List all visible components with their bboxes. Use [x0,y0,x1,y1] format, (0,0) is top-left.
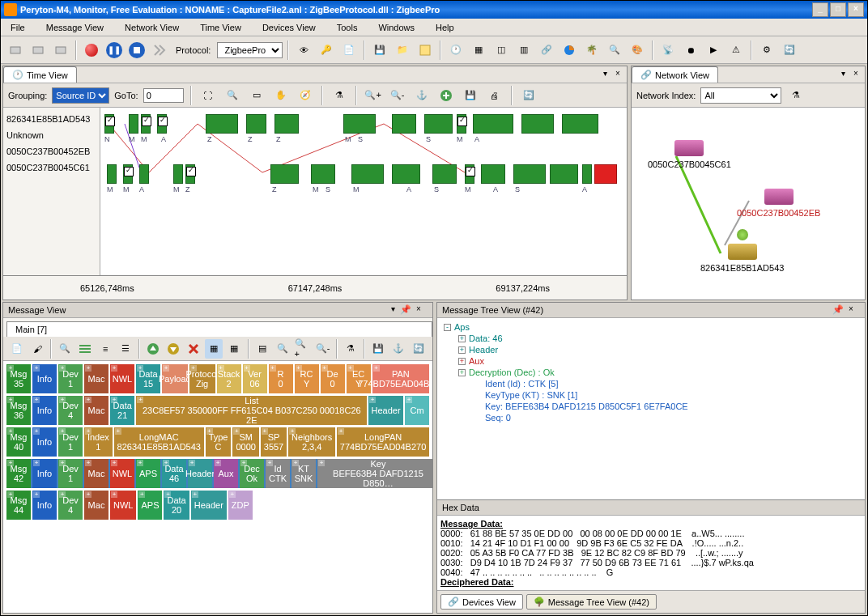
tree-node[interactable]: Key: BEFE63B4 DAFD1215 D850C5F1 6E7FA0CE [440,401,862,412]
grouping-select[interactable]: Source ID [52,87,109,104]
save-icon[interactable]: 💾 [461,86,480,105]
close-icon[interactable]: × [612,69,623,80]
zoom-out2-icon[interactable]: 🔍- [314,339,332,359]
grid1-icon[interactable]: ▦ [205,339,223,359]
clock-icon[interactable]: 🕐 [446,40,466,60]
menu-network-view[interactable]: Network View [121,21,182,34]
pause-button[interactable]: ❚❚ [104,40,124,60]
msg-cell[interactable]: +Data21 [110,396,134,425]
goto-input[interactable] [143,88,184,103]
msg-cell[interactable]: +Msg40 [6,427,31,457]
zoom-icon[interactable]: 🔍 [223,86,242,105]
zoom-in2-icon[interactable]: 🔍+ [294,339,312,359]
msg-cell[interactable]: +Info [32,396,57,425]
msg-cell[interactable]: +Dev1 [58,427,83,457]
msg-cell[interactable]: +Msg44 [6,491,31,520]
grid-icon[interactable]: ▦ [469,40,488,60]
msg-cell[interactable]: +Info [32,491,57,520]
disk-icon[interactable]: 💾 [370,40,389,60]
pin-icon[interactable]: ▾ [837,69,849,80]
msg-cell[interactable]: +Msg35 [6,364,31,393]
message-rows[interactable]: +Msg35+Info+Dev1+Mac+NWL+Data15+Payload+… [3,361,432,613]
down-icon[interactable] [164,339,182,359]
rec2-icon[interactable]: ⏺ [681,40,700,60]
devices-view-tab[interactable]: 🔗Devices View [440,594,523,610]
zoom2-icon[interactable]: 🔍 [274,339,291,359]
key-icon[interactable]: 🔑 [317,40,336,60]
anchor2-icon[interactable]: ⚓ [389,339,407,359]
msg-cell[interactable]: +SM0000 [232,427,258,457]
warn-icon[interactable]: ⚠ [726,40,746,60]
minimize-button[interactable]: _ [812,2,828,17]
refresh2-icon[interactable]: 🔄 [519,86,538,105]
folder-icon[interactable]: 📁 [393,40,412,60]
msg-cell[interactable]: +Header [188,459,212,488]
device2-icon[interactable] [28,40,48,60]
msg-cell[interactable]: +Ver06 [243,364,267,393]
anchor-icon[interactable]: ⚓ [412,86,432,105]
msg-cell[interactable]: +KeyBEFE63B4 DAFD1215 D850… [317,459,432,488]
device3-icon[interactable] [51,40,70,60]
msg-cell[interactable]: +Mac [84,364,108,393]
msg-cell[interactable]: +Mac [84,396,108,425]
tree-node[interactable]: Seq: 0 [440,412,862,423]
msg-cell[interactable]: +RCY [295,364,319,393]
search-icon[interactable]: 🔍 [56,339,74,359]
msg-cell[interactable]: +Aux [214,459,238,488]
table-icon[interactable]: ▤ [253,339,271,359]
antenna-icon[interactable]: 📡 [658,40,678,60]
msg-cell[interactable]: +Msg42 [6,459,31,488]
menu-devices-view[interactable]: Devices View [259,21,319,34]
pin2-icon[interactable]: 📌 [400,304,411,316]
msg-cell[interactable]: +Info [32,459,57,488]
play2-icon[interactable]: ▶ [704,40,723,60]
tree-node[interactable]: +Data: 46 [440,333,862,344]
menu-tools[interactable]: Tools [334,21,361,34]
msg-cell[interactable]: +KTSNK [291,459,316,488]
msg-cell[interactable]: +Dev1 [58,364,83,393]
msg-cell[interactable]: +Info [32,364,57,393]
pin-icon[interactable]: ▾ [387,304,398,316]
doc-icon[interactable]: 📄 [339,40,359,60]
filter-icon[interactable]: ⚗ [786,86,806,105]
msg-cell[interactable]: +Cm [405,396,429,425]
msg-cell[interactable]: +Dev1 [58,459,83,488]
msg-cell[interactable]: +Index1 [84,427,113,457]
tree-node[interactable]: +Decryption (Dec) : Ok [440,367,862,378]
tree-node[interactable]: +Aux [440,355,862,367]
msg-cell[interactable]: +Dev4 [58,396,83,425]
close-icon[interactable]: × [413,304,424,316]
close-button[interactable]: × [848,2,864,17]
tree-node[interactable]: +Header [440,344,862,355]
zoom-in-icon[interactable]: 🔍+ [364,86,383,105]
menu-windows[interactable]: Windows [375,21,418,34]
blocks-icon[interactable]: ▥ [514,40,534,60]
msg-cell[interactable]: +Msg36 [6,396,31,425]
grid2-icon[interactable]: ▦ [225,339,243,359]
device1-icon[interactable] [6,40,25,60]
hand-icon[interactable]: ✋ [271,86,291,105]
menu-help[interactable]: Help [432,21,457,34]
msg-cell[interactable]: +Data20 [164,491,189,520]
time-canvas[interactable]: N M M A Z Z Z MS S M A M [100,108,627,275]
protocol-select[interactable]: ZigbeePro [217,42,283,58]
msg-cell[interactable]: +ProtocolZig [189,364,215,393]
forward-button[interactable] [150,40,169,60]
menu-message-view[interactable]: Message View [43,21,107,34]
msg-cell[interactable]: +Info [32,427,57,457]
list-icon[interactable]: ☰ [117,339,134,359]
menu-time-view[interactable]: Time View [197,21,245,34]
tree-node[interactable]: -Aps [440,321,862,333]
search-icon[interactable]: 🔍 [605,40,624,60]
up-icon[interactable] [144,339,162,359]
filter-icon[interactable]: ⚗ [330,86,349,105]
msg-cell[interactable]: +Header [368,396,403,425]
msg-cell[interactable]: +SP3557 [261,427,287,457]
refresh-icon[interactable]: 🔄 [780,40,799,60]
msg-cell[interactable]: +De0 [321,364,345,393]
msg-cell[interactable]: +LongMAC826341E85B1AD543 [114,427,204,457]
record-button[interactable] [82,40,101,60]
new-icon[interactable]: 📄 [8,339,26,359]
tree-body[interactable]: -Aps+Data: 46+Header+Aux+Decryption (Dec… [437,318,865,499]
msg-cell[interactable]: +Payload [162,364,188,393]
